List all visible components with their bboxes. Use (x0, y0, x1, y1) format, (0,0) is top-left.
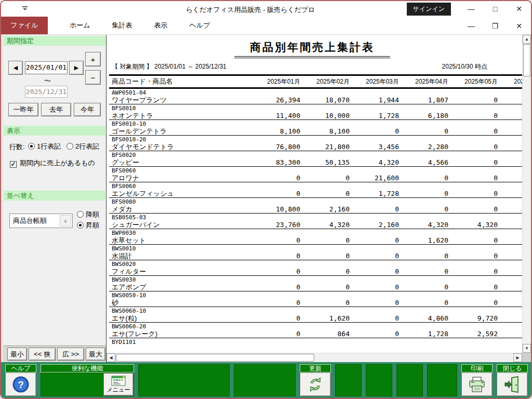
month-value: 11,400 (251, 112, 300, 119)
width-min-button[interactable]: 最小 (7, 348, 27, 361)
last-year-button[interactable]: 去年 (41, 103, 71, 116)
year-before-last-button[interactable]: 一昨年 (8, 103, 38, 116)
radio-one-line[interactable]: 1行表記 (28, 142, 61, 151)
month-value: 0 (448, 97, 498, 104)
tab-home[interactable]: ホーム (70, 17, 90, 34)
scroll-up-icon[interactable]: ▲ (523, 35, 531, 44)
sign-in-button[interactable]: サインイン (407, 3, 451, 16)
month-value: 0 (350, 330, 399, 338)
maximize-button[interactable]: □ (483, 1, 507, 17)
product-code: BFS0010-20 (112, 136, 522, 143)
month-value: 0 (251, 237, 300, 244)
print-group-label: 印刷 (461, 364, 493, 373)
this-year-button[interactable]: 今年 (74, 103, 101, 116)
sort-key-dropdown[interactable]: 商品台帳順 ∨ (9, 214, 73, 228)
quick-access-icon[interactable] (22, 6, 28, 11)
product-name: アロワナ (112, 175, 251, 182)
month-value: 0 (251, 268, 300, 275)
month-value: 0 (448, 175, 498, 182)
scroll-left-icon[interactable]: ◀ (107, 353, 115, 362)
menu-window-icon (111, 376, 126, 386)
start-date-input[interactable]: 2025/01/01 (25, 61, 68, 74)
month-value: 0 (300, 299, 350, 307)
horizontal-scrollbar[interactable]: ◀ ▶ (107, 353, 522, 362)
product-name: 水温計 (112, 252, 251, 260)
child-close-button[interactable]: ✕ (507, 18, 531, 34)
month-value: 4,320 (300, 221, 350, 229)
target-period-label: 【 対象期間 】 2025/01/01 ～ 2025/12/31 (112, 62, 227, 71)
product-code: BWS0060-20 (112, 323, 522, 330)
width-max-button[interactable]: 最大 (86, 348, 105, 361)
month-value: 0 (300, 237, 350, 244)
zoom-out-period-button[interactable]: − (85, 70, 101, 85)
date-next-button[interactable]: ▶ (69, 61, 84, 75)
month-value: 0 (350, 206, 399, 213)
window-title: らくだオフィス用品販売 - 販売らくだプロ (105, 5, 396, 15)
month-value: 0 (251, 299, 300, 307)
child-minimize-button[interactable]: — (459, 18, 483, 34)
vertical-scroll-thumb[interactable] (523, 44, 530, 76)
product-code: BFS0080 (112, 198, 522, 205)
table-row: AWP0501-04ワイヤープランツ26,39418,0701,9441,807… (109, 89, 522, 104)
vertical-scrollbar[interactable]: ▲ ▼ (522, 35, 531, 353)
product-code: AWP0501-04 (112, 89, 522, 96)
product-name: フィルター (112, 268, 251, 275)
month-value: 0 (350, 268, 399, 275)
month-value: 50,135 (300, 159, 350, 166)
product-name: ワイヤープランツ (112, 97, 251, 104)
month-value: 0 (300, 190, 350, 197)
month-value: 0 (300, 284, 350, 291)
scroll-right-icon[interactable]: ▶ (513, 353, 522, 362)
close-button[interactable]: ✕ (507, 1, 531, 17)
product-code: BYD1101 (112, 338, 522, 345)
tab-help[interactable]: ヘルプ (190, 17, 210, 34)
product-name: ダイヤモンドテトラ (112, 143, 251, 151)
display-section-header: 表示 (4, 126, 105, 136)
product-name: 砂 (112, 299, 251, 307)
zoom-in-period-button[interactable]: + (85, 52, 101, 66)
month-value: 0 (350, 128, 399, 135)
product-code: BSB0505-03 (112, 214, 522, 221)
month-value: 0 (399, 128, 448, 135)
title-bar: らくだオフィス用品販売 - 販売らくだプロ サインイン — □ ✕ (1, 1, 531, 17)
radio-descending[interactable]: 降順 (77, 210, 99, 219)
width-narrow-button[interactable]: << 狭 (29, 348, 56, 361)
minimize-button[interactable]: — (459, 1, 483, 17)
date-prev-button[interactable]: ◀ (8, 61, 23, 75)
menu-button[interactable]: メニュー (103, 373, 134, 396)
print-button[interactable] (461, 373, 493, 396)
chevron-down-icon[interactable]: ∨ (60, 215, 71, 227)
help-button[interactable]: ? (5, 373, 36, 396)
tab-report[interactable]: 集計表 (112, 17, 132, 34)
product-code: BFS0010-10 (112, 120, 522, 127)
month-value: 0 (448, 268, 498, 275)
scroll-down-icon[interactable]: ▼ (523, 344, 531, 353)
tab-view[interactable]: 表示 (154, 17, 168, 34)
month-value: 0 (350, 252, 399, 260)
width-wide-button[interactable]: 広 >> (57, 348, 84, 361)
sales-in-period-checkbox[interactable]: ✓期間内に売上があるもの (10, 158, 95, 168)
column-header-month: 2025年01月 (251, 77, 300, 86)
month-value: 0 (448, 299, 498, 307)
horizontal-scroll-thumb[interactable] (116, 354, 314, 362)
refresh-button[interactable] (300, 373, 331, 396)
radio-two-line[interactable]: 2行表記 (66, 142, 99, 151)
product-name: メダカ (112, 206, 251, 213)
table-row: BFS0060エンゼルフィッシュ001,72800 (109, 182, 522, 198)
radio-ascending[interactable]: 昇順 (77, 221, 99, 230)
month-value: 0 (448, 143, 498, 151)
close-window-button[interactable] (497, 373, 528, 396)
settings-sidebar: 期間指定 ◀ 2025/01/01 ▶ + − 〜 2025/12/31 一昨年… (1, 35, 107, 362)
month-value: 21,800 (300, 143, 350, 151)
month-value: 23,760 (251, 221, 300, 229)
child-restore-button[interactable]: ❐ (483, 18, 507, 34)
product-code: BWS0020 (112, 260, 522, 268)
month-value: 1,620 (300, 315, 350, 322)
tab-file[interactable]: ファイル (1, 17, 48, 34)
table-row: BWS0030エアポンプ00000 (109, 276, 522, 291)
month-value: 0 (399, 175, 448, 182)
month-value: 864 (300, 330, 350, 338)
month-value: 8,100 (300, 128, 350, 135)
month-value: 2,592 (448, 330, 498, 338)
report-title: 商品別年間売上集計表 (234, 40, 390, 58)
